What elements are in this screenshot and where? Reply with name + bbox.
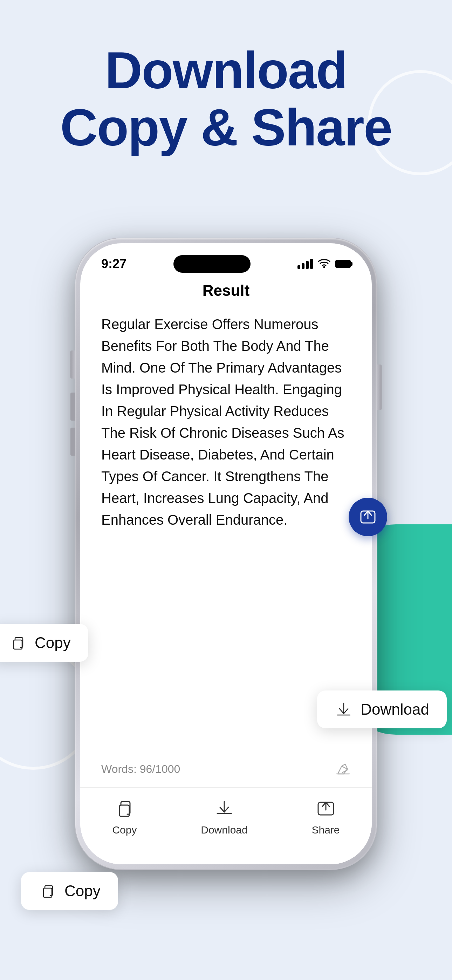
download-tooltip-icon — [334, 700, 353, 719]
signal-bar-2 — [302, 263, 304, 269]
signal-bar-3 — [306, 261, 309, 269]
words-bar: Words: 96/1000 — [80, 754, 372, 784]
result-body-text: Regular Exercise Offers Numerous Benefit… — [101, 313, 351, 531]
copy-tooltip-label: Copy — [35, 634, 71, 652]
dynamic-island — [173, 255, 250, 273]
tab-copy-label: Copy — [112, 824, 137, 836]
tab-copy[interactable]: Copy — [112, 797, 137, 836]
hero-section: Download Copy & Share — [0, 42, 452, 156]
phone-frame: 9:27 — [75, 238, 377, 869]
download-tooltip[interactable]: Download — [317, 690, 447, 728]
hero-title-line2: Copy & Share — [0, 99, 452, 156]
signal-bar-1 — [298, 265, 300, 269]
tab-download-label: Download — [201, 824, 247, 836]
status-time: 9:27 — [101, 256, 126, 271]
download-tab-icon — [213, 797, 236, 820]
phone-screen: 9:27 — [80, 243, 372, 864]
signal-icon — [298, 259, 313, 269]
bottom-copy-label: Copy — [64, 882, 100, 900]
download-tooltip-label: Download — [361, 701, 429, 718]
tab-bar: Copy Download Share — [80, 787, 372, 864]
phone-mockup: 9:27 — [75, 238, 377, 869]
eraser-icon[interactable] — [335, 761, 351, 777]
tab-download[interactable]: Download — [201, 797, 247, 836]
copy-tab-icon — [113, 797, 135, 820]
status-bar: 9:27 — [80, 243, 372, 275]
hero-title-line1: Download — [0, 42, 452, 99]
app-content: Result Regular Exercise Offers Numerous … — [80, 275, 372, 531]
copy-tooltip-icon — [9, 634, 27, 652]
battery-icon — [335, 260, 351, 268]
wifi-icon — [318, 258, 330, 270]
status-icons — [298, 258, 351, 270]
tab-share[interactable]: Share — [312, 797, 340, 836]
tab-share-label: Share — [312, 824, 340, 836]
bottom-copy-tooltip[interactable]: Copy — [21, 872, 118, 910]
copy-tooltip[interactable]: Copy — [0, 624, 88, 662]
share-tab-icon — [315, 797, 337, 820]
words-count: Words: 96/1000 — [101, 763, 180, 776]
result-title: Result — [101, 282, 351, 299]
bottom-copy-icon — [38, 882, 57, 900]
share-circle-button[interactable] — [349, 498, 387, 536]
svg-point-0 — [323, 266, 325, 268]
signal-bar-4 — [310, 259, 313, 269]
share-circle-icon — [358, 508, 377, 527]
